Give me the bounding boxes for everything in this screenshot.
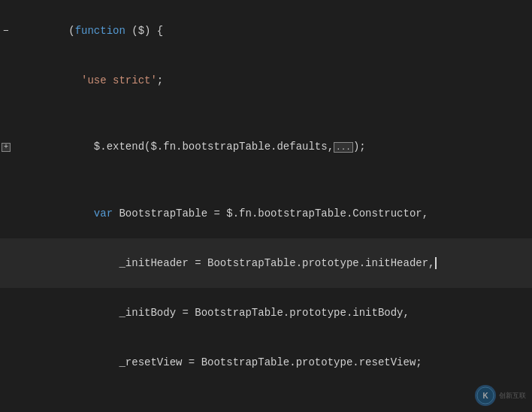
code-text-7: _initBody = BootstrapTable.prototype.ini… bbox=[15, 288, 532, 338]
code-text-3: $.extend($.fn.bootstrapTable.defaults,..… bbox=[15, 122, 532, 172]
code-line-10: + BootstrapTable.prototype.initFixedColu… bbox=[0, 404, 532, 412]
code-content: − (function ($) { 'use strict'; + $ bbox=[0, 0, 532, 412]
code-text-6: _initHeader = BootstrapTable.prototype.i… bbox=[15, 238, 532, 288]
watermark-svg: K bbox=[476, 386, 494, 404]
code-line-8: _resetView = BootstrapTable.prototype.re… bbox=[0, 338, 532, 387]
code-line-2: 'use strict'; bbox=[0, 56, 532, 105]
code-line-1: − (function ($) { bbox=[0, 6, 532, 56]
watermark-icon: K bbox=[475, 385, 496, 406]
code-text-5: var BootstrapTable = $.fn.bootstrapTable… bbox=[15, 189, 532, 238]
code-text-1: (function ($) { bbox=[15, 6, 532, 56]
code-line-blank3 bbox=[0, 387, 532, 404]
code-text-8: _resetView = BootstrapTable.prototype.re… bbox=[15, 338, 532, 387]
code-editor: − (function ($) { 'use strict'; + $ bbox=[0, 0, 532, 412]
code-line-6: _initHeader = BootstrapTable.prototype.i… bbox=[0, 238, 532, 288]
code-line-blank2 bbox=[0, 172, 532, 189]
watermark-text: 创新互联 bbox=[499, 391, 526, 401]
fold-icon-3[interactable]: + bbox=[0, 143, 12, 152]
fold-icon-1[interactable]: − bbox=[0, 26, 12, 37]
code-text-10: BootstrapTable.prototype.initFixedColumn… bbox=[15, 404, 532, 412]
code-line-3: + $.extend($.fn.bootstrapTable.defaults,… bbox=[0, 122, 532, 172]
code-line-5: var BootstrapTable = $.fn.bootstrapTable… bbox=[0, 189, 532, 238]
watermark: K 创新互联 bbox=[475, 385, 526, 406]
expand-icon-3[interactable]: + bbox=[2, 143, 11, 152]
svg-text:K: K bbox=[482, 392, 488, 400]
code-line-blank1 bbox=[0, 105, 532, 122]
code-text-2: 'use strict'; bbox=[15, 56, 532, 105]
code-line-7: _initBody = BootstrapTable.prototype.ini… bbox=[0, 288, 532, 338]
